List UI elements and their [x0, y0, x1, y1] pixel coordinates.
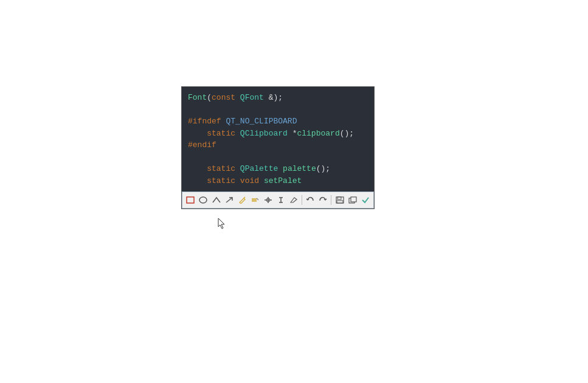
save-icon [336, 196, 344, 204]
arrow-tool-button[interactable] [223, 193, 235, 207]
erase-tool-button[interactable] [288, 193, 300, 207]
code-line-2 [188, 104, 368, 116]
crosshair-icon [264, 196, 272, 204]
toolbar-separator-2 [331, 195, 331, 205]
svg-rect-4 [252, 198, 257, 202]
polyline-icon [212, 196, 221, 204]
svg-rect-13 [337, 197, 341, 199]
code-line-4: static QClipboard *clipboard(); [188, 128, 368, 140]
code-line-5: #endif [188, 139, 368, 151]
svg-line-2 [226, 198, 232, 202]
pen-icon [238, 196, 246, 204]
highlight-tool-button[interactable] [249, 193, 261, 207]
highlight-icon [251, 196, 259, 204]
ellipse-icon [199, 196, 207, 204]
code-line-1: Font(const QFont &); [188, 92, 368, 104]
confirm-button[interactable] [359, 193, 372, 207]
copy-icon [348, 196, 357, 204]
copy-button[interactable] [347, 193, 359, 207]
pen-tool-button[interactable] [236, 193, 248, 207]
rect-tool-button[interactable] [184, 193, 196, 207]
redo-button[interactable] [317, 193, 329, 207]
ellipse-tool-button[interactable] [197, 193, 209, 207]
polyline-tool-button[interactable] [210, 193, 222, 207]
redo-icon [319, 196, 327, 204]
save-button[interactable] [333, 193, 345, 207]
checkmark-icon [361, 196, 370, 204]
rect-icon [186, 196, 195, 204]
svg-point-1 [199, 197, 207, 203]
code-line-6 [188, 151, 368, 164]
code-line-8: static void setPalet [188, 175, 368, 187]
undo-button[interactable] [304, 193, 316, 207]
code-line-3: #ifndef QT_NO_CLIPBOARD [188, 116, 368, 128]
eraser-icon [289, 196, 298, 204]
svg-rect-16 [351, 197, 356, 202]
text-tool-button[interactable] [275, 193, 287, 207]
arrow-icon [225, 196, 233, 204]
annotation-toolbar [182, 191, 374, 209]
code-panel: Font(const QFont &); #ifndef QT_NO_CLIPB… [181, 86, 375, 209]
toolbar-separator-1 [302, 195, 302, 205]
svg-line-3 [244, 197, 245, 198]
text-cursor-icon [277, 196, 285, 204]
code-content: Font(const QFont &); #ifndef QT_NO_CLIPB… [182, 87, 374, 191]
svg-rect-14 [337, 201, 343, 203]
crosshair-tool-button[interactable] [261, 193, 274, 207]
svg-rect-0 [187, 197, 194, 203]
svg-line-5 [257, 198, 258, 200]
code-line-7: static QPalette palette(); [188, 163, 368, 175]
undo-icon [306, 196, 314, 204]
mouse-cursor [218, 218, 226, 230]
